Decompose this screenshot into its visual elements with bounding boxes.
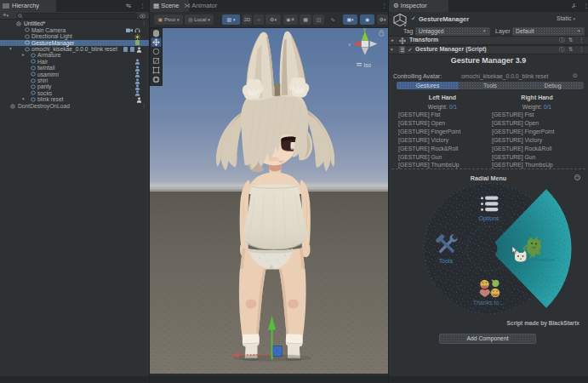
svg-text:Tools: Tools xyxy=(439,258,454,264)
svg-text:Iso: Iso xyxy=(364,62,372,68)
svg-text:Expressions: Expressions xyxy=(526,256,555,262)
svg-text:Thanks to...: Thanks to... xyxy=(473,300,505,306)
svg-text:Options: Options xyxy=(478,215,500,222)
svg-text:y: y xyxy=(363,28,366,31)
